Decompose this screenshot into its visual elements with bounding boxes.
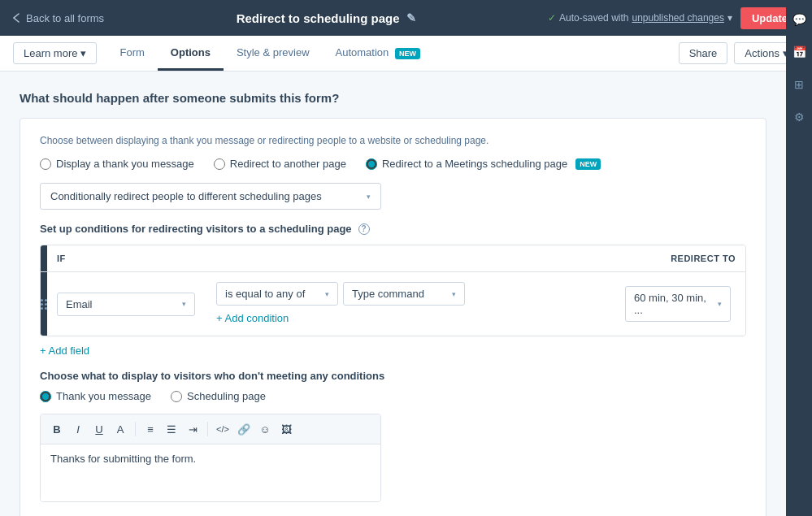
rte-divider-1 <box>135 422 136 436</box>
learn-more-button[interactable]: Learn more ▾ <box>13 42 97 64</box>
page-title-area: Redirect to scheduling page ✎ <box>237 11 416 25</box>
condition-if-cell: Email ▾ <box>47 283 210 326</box>
layout-wrapper: 💬 📅 ⊞ ⚙ What should happen after someone… <box>0 72 812 516</box>
automation-new-badge: NEW <box>395 48 420 59</box>
operator-dropdown[interactable]: is equal to any of ▾ <box>216 282 338 306</box>
condition-table-header: IF REDIRECT TO <box>41 245 745 272</box>
share-button[interactable]: Share <box>679 42 728 64</box>
redirect-caret: ▾ <box>718 300 722 308</box>
table-icon[interactable]: ⊞ <box>789 75 809 94</box>
operator-caret: ▾ <box>325 290 329 298</box>
tab-options[interactable]: Options <box>158 37 224 71</box>
radio-thankyou-message[interactable]: Thank you message <box>40 390 151 402</box>
nav-right-actions: Share Actions ▾ <box>679 42 799 64</box>
if-dropdown-caret: ▾ <box>182 300 186 308</box>
tab-form[interactable]: Form <box>106 37 157 71</box>
radio-another-page-input[interactable] <box>214 158 225 170</box>
rte-emoji-button[interactable]: ☺ <box>255 419 275 439</box>
rte-align-button[interactable]: ≡ <box>141 419 160 439</box>
autosave-dropdown-arrow[interactable]: ▾ <box>727 12 732 24</box>
condition-operators-cell: is equal to any of ▾ Type command ▾ + Ad… <box>210 272 615 336</box>
edit-title-icon[interactable]: ✎ <box>406 11 416 24</box>
drag-dots-row-2 <box>41 303 47 306</box>
rte-color-button[interactable]: A <box>111 419 130 439</box>
add-condition-link[interactable]: + Add condition <box>216 310 609 326</box>
learn-more-arrow: ▾ <box>80 47 86 59</box>
value-dropdown[interactable]: Type command ▾ <box>343 282 465 306</box>
value-caret: ▾ <box>452 290 456 298</box>
rte-list-button[interactable]: ☰ <box>162 419 181 439</box>
main-content: What should happen after someone submits… <box>0 72 786 516</box>
card-description: Choose between displaying a thank you me… <box>40 135 746 146</box>
calendar-icon[interactable]: 📅 <box>789 42 809 62</box>
rte-code-button[interactable]: </> <box>213 419 232 439</box>
tab-style-preview[interactable]: Style & preview <box>224 37 323 71</box>
redirect-to-column-header: REDIRECT TO <box>615 245 745 271</box>
unpublished-changes-link[interactable]: unpublished changes <box>632 12 723 24</box>
condition-drag-handle-area <box>41 272 47 336</box>
drag-dot <box>41 299 43 301</box>
radio-thankyou[interactable]: Display a thank you message <box>40 158 194 170</box>
meetings-new-badge: NEW <box>575 158 601 170</box>
secondary-nav: Learn more ▾ Form Options Style & previe… <box>0 36 812 72</box>
default-radio-group: Thank you message Scheduling page <box>40 390 746 402</box>
condition-accent-bar-header <box>41 245 47 271</box>
redirect-to-dropdown[interactable]: 60 min, 30 min, ... ▾ <box>625 286 731 322</box>
nav-tabs: Form Options Style & preview Automation … <box>106 37 432 71</box>
right-sidebar: 💬 📅 ⊞ ⚙ <box>786 0 812 516</box>
top-bar-actions: ✓ Auto-saved with unpublished changes ▾ … <box>548 7 799 29</box>
drag-dot <box>41 303 43 306</box>
conditions-help-icon[interactable]: ? <box>358 223 370 235</box>
drag-dots-row-3 <box>41 307 47 310</box>
main-section-title: What should happen after someone submits… <box>20 91 766 105</box>
tab-automation[interactable]: Automation NEW <box>323 37 433 71</box>
radio-meetings[interactable]: Redirect to a Meetings scheduling page N… <box>366 158 601 170</box>
radio-thankyou-input[interactable] <box>40 158 51 170</box>
page-title: Redirect to scheduling page <box>237 11 400 25</box>
condition-operators-row: is equal to any of ▾ Type command ▾ <box>216 282 609 306</box>
back-label: Back to all forms <box>26 12 104 24</box>
default-section: Choose what to display to visitors who d… <box>40 370 746 502</box>
top-bar: Back to all forms Redirect to scheduling… <box>0 0 812 36</box>
conditional-dropdown-caret: ▾ <box>367 193 371 201</box>
if-field-dropdown[interactable]: Email ▾ <box>57 293 195 316</box>
rte-toolbar: B I U A ≡ ☰ ⇥ </> 🔗 ☺ 🖼 <box>41 414 380 444</box>
condition-redirect-cell: 60 min, 30 min, ... ▾ <box>615 276 745 332</box>
main-card: Choose between displaying a thank you me… <box>20 118 766 516</box>
settings-icon[interactable]: ⚙ <box>789 107 809 127</box>
redirect-radio-group: Display a thank you message Redirect to … <box>40 158 746 170</box>
rte-indent-button[interactable]: ⇥ <box>183 419 202 439</box>
condition-row: Email ▾ is equal to any of ▾ <box>41 272 745 336</box>
condition-table: IF REDIRECT TO <box>40 245 746 336</box>
rte-link-button[interactable]: 🔗 <box>234 419 254 439</box>
autosave-status: ✓ Auto-saved with unpublished changes ▾ <box>548 12 732 24</box>
conditional-redirect-dropdown[interactable]: Conditionally redirect people to differe… <box>40 183 381 210</box>
drag-dots-row-1 <box>41 299 47 301</box>
rte-content-area[interactable]: Thanks for submitting the form. <box>41 444 380 501</box>
condition-middle-header <box>210 245 615 271</box>
conditions-header: Set up conditions for redirecting visito… <box>40 223 746 235</box>
if-column-header: IF <box>47 245 210 271</box>
radio-scheduling-page[interactable]: Scheduling page <box>171 390 266 402</box>
rte-image-button[interactable]: 🖼 <box>276 419 296 439</box>
radio-thankyou-message-input[interactable] <box>40 391 51 402</box>
back-to-forms-link[interactable]: Back to all forms <box>13 12 104 24</box>
content-area: What should happen after someone submits… <box>0 72 812 516</box>
checkmark-icon: ✓ <box>548 12 556 24</box>
drag-dot <box>41 307 43 310</box>
add-field-link[interactable]: + Add field <box>40 345 746 357</box>
rich-text-editor: B I U A ≡ ☰ ⇥ </> 🔗 ☺ 🖼 <box>40 414 381 502</box>
rte-italic-button[interactable]: I <box>68 419 88 439</box>
chat-icon[interactable]: 💬 <box>789 10 809 29</box>
default-section-title: Choose what to display to visitors who d… <box>40 370 746 382</box>
radio-meetings-input[interactable] <box>366 158 377 170</box>
rte-underline-button[interactable]: U <box>89 419 109 439</box>
radio-another-page[interactable]: Redirect to another page <box>214 158 346 170</box>
radio-scheduling-page-input[interactable] <box>171 391 182 402</box>
rte-bold-button[interactable]: B <box>47 419 67 439</box>
rte-divider-2 <box>207 422 208 436</box>
